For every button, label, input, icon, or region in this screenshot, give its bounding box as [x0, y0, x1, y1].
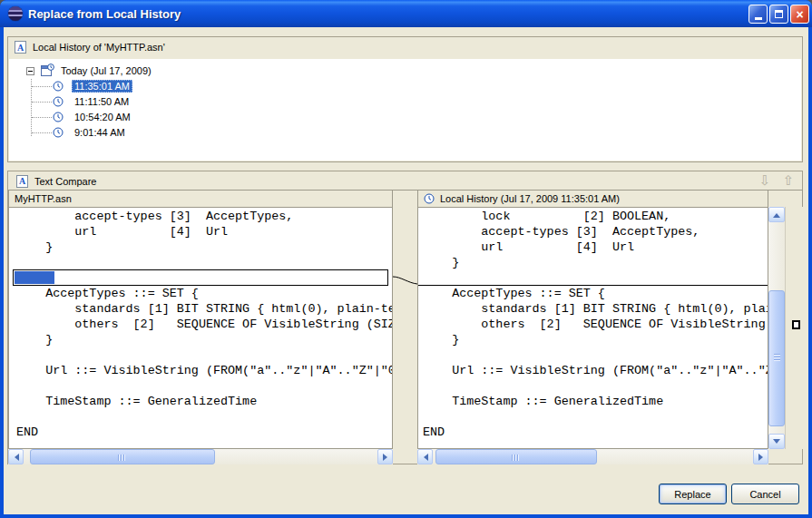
triangle-right-icon: [758, 454, 767, 461]
scroll-left-button[interactable]: [8, 449, 24, 464]
tree-item-label: 10:54:20 AM: [72, 111, 133, 123]
left-code-pane[interactable]: accept-types [3] AcceptTypes, url [4] Ur…: [8, 207, 393, 449]
tree-item-revision-2[interactable]: 11:11:50 AM: [53, 94, 132, 109]
triangle-left-icon: [420, 454, 428, 461]
replace-button[interactable]: Replace: [659, 484, 727, 504]
vertical-scroll-thumb[interactable]: [768, 290, 785, 426]
minimize-icon: [755, 17, 762, 20]
tree-item-today[interactable]: Today (Jul 17, 2009): [58, 64, 154, 78]
left-horizontal-scrollbar[interactable]: [8, 449, 393, 464]
minimize-button[interactable]: [748, 5, 768, 24]
left-code-text: accept-types [3] AcceptTypes, url [4] Ur…: [9, 209, 392, 440]
ruler-header: [768, 190, 803, 208]
tree-item-revision-3[interactable]: 10:54:20 AM: [53, 110, 133, 124]
code-line: END: [16, 425, 392, 440]
text-compare-group: Text Compare ⇩ ⇧ MyHTTP.asn Local Histor…: [7, 171, 803, 464]
maximize-icon: [775, 10, 783, 18]
diff-insertion-box: [13, 269, 388, 286]
replace-from-local-history-dialog: Replace from Local History × Local Histo…: [0, 0, 812, 518]
horizontal-scroll-thumb[interactable]: [435, 449, 597, 464]
next-difference-button[interactable]: ⇩: [757, 173, 773, 189]
scroll-right-button[interactable]: [753, 449, 768, 464]
cancel-button[interactable]: Cancel: [731, 484, 799, 504]
triangle-down-icon: [773, 439, 780, 447]
clock-icon: [424, 193, 435, 204]
code-line: [423, 378, 768, 394]
arrow-up-icon: ⇧: [783, 172, 795, 189]
code-line: accept-types [3] AcceptTypes,: [16, 209, 392, 224]
code-line: accept-types [3] AcceptTypes,: [423, 224, 768, 239]
close-icon: ×: [796, 8, 803, 21]
code-line: }: [423, 332, 768, 347]
tree-expander-icon[interactable]: [26, 67, 34, 75]
right-code-pane[interactable]: lock [2] BOOLEAN, accept-types [3] Accep…: [417, 207, 768, 449]
tree-item-label: 9:01:44 AM: [72, 126, 128, 139]
code-line: [423, 347, 768, 363]
code-line: Url ::= VisibleString (FROM("a".."z"|"A"…: [423, 363, 768, 378]
right-pane-header: Local History (Jul 17, 2009 11:35:01 AM): [417, 190, 768, 208]
scroll-left-button[interactable]: [417, 449, 433, 464]
scroll-right-button[interactable]: [377, 449, 393, 464]
clock-icon: [53, 127, 64, 138]
vertical-scrollbar[interactable]: [768, 207, 785, 449]
diff-insertion-line: [418, 285, 768, 286]
code-line: standards [1] BIT STRING { html(0), plai…: [16, 301, 392, 317]
clock-icon: [53, 81, 64, 92]
triangle-left-icon: [11, 454, 19, 461]
code-line: TimeStamp ::= GeneralizedTime: [423, 394, 768, 409]
code-line: [423, 409, 768, 425]
tree-guide-line: [32, 132, 52, 133]
code-line: others [2] SEQUENCE OF VisibleString (SI…: [16, 317, 392, 332]
code-line: }: [423, 255, 768, 270]
code-line: [16, 378, 392, 394]
local-history-header: Local History of 'MyHTTP.asn': [8, 37, 802, 57]
right-pane-title: Local History (Jul 17, 2009 11:35:01 AM): [440, 193, 620, 204]
diff-connector-line: [393, 207, 417, 449]
right-code-text: lock [2] BOOLEAN, accept-types [3] Accep…: [418, 209, 768, 440]
tree-item-revision-4[interactable]: 9:01:44 AM: [53, 125, 128, 140]
history-tree[interactable]: Today (Jul 17, 2009) 11:35:01 AM 11:11:5…: [9, 59, 801, 161]
diff-connector-gutter: [393, 207, 417, 449]
eclipse-logo-icon: [8, 6, 23, 21]
code-line: }: [16, 239, 392, 255]
code-line: }: [16, 332, 392, 347]
local-history-title: Local History of 'MyHTTP.asn': [33, 42, 165, 53]
triangle-right-icon: [383, 454, 391, 461]
compare-toolbar: ⇩ ⇧: [757, 173, 797, 189]
triangle-up-icon: [773, 210, 780, 218]
text-compare-title: Text Compare: [34, 176, 96, 187]
code-line: AcceptTypes ::= SET {: [16, 286, 392, 301]
scroll-up-button[interactable]: [768, 207, 785, 222]
maximize-button[interactable]: [769, 5, 788, 24]
dialog-body: Local History of 'MyHTTP.asn' Today (Jul…: [4, 27, 808, 514]
diff-selected-range: [15, 271, 54, 284]
tree-guide-line: [32, 86, 52, 87]
clock-icon: [53, 112, 64, 122]
previous-difference-button[interactable]: ⇧: [780, 173, 797, 189]
code-line: [16, 255, 392, 270]
window-controls: ×: [748, 5, 809, 24]
code-line: url [4] Url: [16, 224, 392, 239]
code-line: [423, 270, 768, 286]
arrow-down-icon: ⇩: [759, 172, 771, 189]
local-history-group: Local History of 'MyHTTP.asn' Today (Jul…: [7, 36, 803, 162]
clock-icon: [53, 96, 64, 107]
diff-overview-marker[interactable]: [792, 320, 800, 329]
code-line: url [4] Url: [423, 239, 768, 255]
code-line: [16, 347, 392, 363]
code-line: TimeStamp ::= GeneralizedTime: [16, 394, 392, 409]
tree-item-label: Today (Jul 17, 2009): [58, 64, 154, 77]
right-horizontal-scrollbar[interactable]: [417, 449, 768, 464]
tree-guide-line: [32, 102, 52, 103]
compare-viewer-icon: [16, 175, 28, 188]
scroll-down-button[interactable]: [768, 434, 785, 449]
tree-item-label: 11:35:01 AM: [72, 80, 132, 93]
tree-item-revision-1[interactable]: 11:35:01 AM: [53, 79, 132, 93]
code-line: [16, 409, 392, 425]
horizontal-scroll-thumb[interactable]: [30, 449, 215, 464]
overview-ruler: [785, 207, 803, 449]
close-button[interactable]: ×: [790, 5, 809, 24]
tree-guide-line: [31, 79, 32, 136]
gutter-header: [392, 190, 418, 208]
code-line: AcceptTypes ::= SET {: [423, 286, 768, 301]
